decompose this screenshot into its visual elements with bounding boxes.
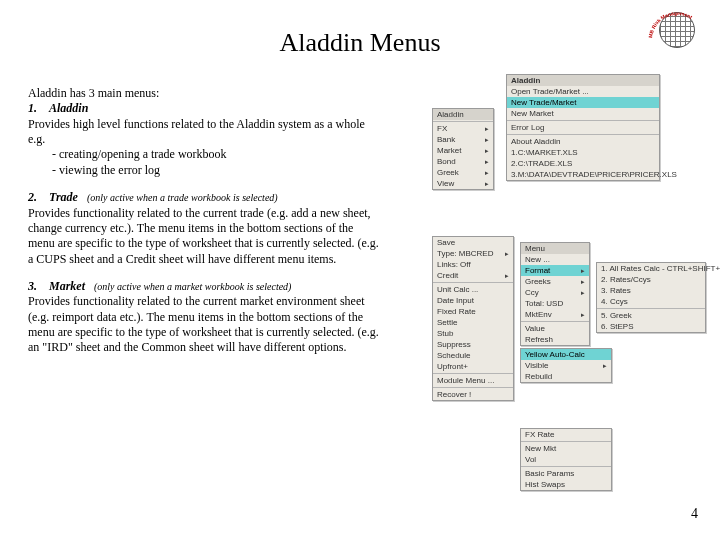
- menu-item[interactable]: Error Log: [507, 122, 659, 133]
- chevron-right-icon: ▸: [603, 362, 607, 370]
- menu-item[interactable]: 6. StEPS: [597, 321, 705, 332]
- chevron-right-icon: ▸: [485, 169, 489, 177]
- menu-item[interactable]: About Aladdin: [507, 136, 659, 147]
- menu-item[interactable]: Fixed Rate: [433, 306, 513, 317]
- menu-item[interactable]: Save: [433, 237, 513, 248]
- menu-item[interactable]: New Market: [507, 108, 659, 119]
- chevron-right-icon: ▸: [505, 250, 509, 258]
- sec3-body: Provides functionality related to the cu…: [28, 294, 380, 355]
- menu-item-highlighted[interactable]: Format▸: [521, 265, 589, 276]
- sec1-name: Aladdin: [49, 101, 88, 115]
- menu-item[interactable]: Greek▸: [433, 167, 493, 178]
- menu-item[interactable]: 4. Ccys: [597, 296, 705, 307]
- menu-item[interactable]: 2. Rates/Ccys: [597, 274, 705, 285]
- menu-item[interactable]: 1.C:\MARKET.XLS: [507, 147, 659, 158]
- menu-item[interactable]: Vol: [521, 454, 611, 465]
- menu-item[interactable]: Credit▸: [433, 270, 513, 281]
- menu-item[interactable]: New ...: [521, 254, 589, 265]
- menu-item[interactable]: Schedule: [433, 350, 513, 361]
- intro-line: Aladdin has 3 main menus:: [28, 86, 380, 101]
- logo-text: MB Risk Management: [648, 10, 694, 38]
- menu-item[interactable]: MktEnv▸: [521, 309, 589, 320]
- page-title: Aladdin Menus: [0, 28, 720, 58]
- menu-item[interactable]: Recover !: [433, 389, 513, 400]
- chevron-right-icon: ▸: [485, 136, 489, 144]
- menu-trade-mid: Menu New ... Format▸ Greeks▸ Ccy▸ Total:…: [520, 242, 590, 346]
- menu-item[interactable]: Market▸: [433, 145, 493, 156]
- chevron-right-icon: ▸: [505, 272, 509, 280]
- menu-item[interactable]: Open Trade/Market ...: [507, 86, 659, 97]
- menu-header: Aladdin: [433, 109, 493, 120]
- menu-item[interactable]: Ccy▸: [521, 287, 589, 298]
- menu-item[interactable]: Basic Params: [521, 468, 611, 479]
- menu-item[interactable]: Bank▸: [433, 134, 493, 145]
- menu-item[interactable]: FX Rate: [521, 429, 611, 440]
- menu-trade-left: Save Type: MBCRED▸ Links: Off Credit▸ Un…: [432, 236, 514, 401]
- menu-item-highlighted[interactable]: New Trade/Market: [507, 97, 659, 108]
- menu-item[interactable]: Settle: [433, 317, 513, 328]
- sec2-body: Provides functionality related to the cu…: [28, 206, 380, 267]
- logo: MB Risk Management: [648, 6, 706, 54]
- sec3-name: Market: [49, 279, 85, 293]
- sec3-note: (only active when a market workbook is s…: [94, 281, 291, 292]
- menu-item[interactable]: Suppress: [433, 339, 513, 350]
- sec2-name: Trade: [49, 190, 78, 204]
- sec1-bullet2: - viewing the error log: [28, 163, 380, 178]
- menu-item[interactable]: Total: USD: [521, 298, 589, 309]
- menu-item[interactable]: New Mkt: [521, 443, 611, 454]
- menu-item[interactable]: 2.C:\TRADE.XLS: [507, 158, 659, 169]
- sec1-num: 1.: [28, 101, 37, 115]
- menu-item[interactable]: Type: MBCRED▸: [433, 248, 513, 259]
- menu-market-top: Yellow Auto-Calc Visible▸ Rebuild: [520, 348, 612, 383]
- sec1-bullet1: - creating/opening a trade workbook: [28, 147, 380, 162]
- menu-item[interactable]: 5. Greek: [597, 310, 705, 321]
- sec3-num: 3.: [28, 279, 37, 293]
- chevron-right-icon: ▸: [485, 125, 489, 133]
- menu-item[interactable]: Visible▸: [521, 360, 611, 371]
- chevron-right-icon: ▸: [581, 278, 585, 286]
- chevron-right-icon: ▸: [485, 180, 489, 188]
- menu-item[interactable]: View▸: [433, 178, 493, 189]
- menu-market-bottom: FX Rate New Mkt Vol Basic Params Hist Sw…: [520, 428, 612, 491]
- chevron-right-icon: ▸: [581, 311, 585, 319]
- sec2-note: (only active when a trade workbook is se…: [87, 192, 278, 203]
- menu-header: Menu: [521, 243, 589, 254]
- chevron-right-icon: ▸: [581, 267, 585, 275]
- menu-item[interactable]: Module Menu ...: [433, 375, 513, 386]
- menu-item[interactable]: Date Input: [433, 295, 513, 306]
- menu-item[interactable]: Stub: [433, 328, 513, 339]
- menu-header: Aladdin: [507, 75, 659, 86]
- body-text: Aladdin has 3 main menus: 1. Aladdin Pro…: [28, 86, 380, 368]
- svg-text:MB Risk Management: MB Risk Management: [648, 10, 694, 38]
- menu-item[interactable]: Bond▸: [433, 156, 493, 167]
- page-number: 4: [691, 506, 698, 522]
- menu-item-highlighted[interactable]: Yellow Auto-Calc: [521, 349, 611, 360]
- chevron-right-icon: ▸: [485, 158, 489, 166]
- sec1-body: Provides high level functions related to…: [28, 117, 380, 148]
- menu-item[interactable]: Greeks▸: [521, 276, 589, 287]
- menu-item[interactable]: Links: Off: [433, 259, 513, 270]
- menu-aladdin-dropdown: Aladdin Open Trade/Market ... New Trade/…: [506, 74, 660, 181]
- menu-trade-submenu: 1. All Rates Calc - CTRL+SHIFT+R 2. Rate…: [596, 262, 706, 333]
- menu-item[interactable]: Upfront+: [433, 361, 513, 372]
- menu-item[interactable]: Unit Calc ...: [433, 284, 513, 295]
- menu-item[interactable]: 3. Rates: [597, 285, 705, 296]
- menu-item[interactable]: Value: [521, 323, 589, 334]
- menu-item[interactable]: Hist Swaps: [521, 479, 611, 490]
- menu-item[interactable]: 3.M:\DATA\DEVTRADE\PRICER\PRICER.XLS: [507, 169, 659, 180]
- sec2-num: 2.: [28, 190, 37, 204]
- chevron-right-icon: ▸: [581, 289, 585, 297]
- menu-item[interactable]: Refresh: [521, 334, 589, 345]
- menu-aladdin-tabs: Aladdin FX▸ Bank▸ Market▸ Bond▸ Greek▸ V…: [432, 108, 494, 190]
- menu-item[interactable]: 1. All Rates Calc - CTRL+SHIFT+R: [597, 263, 705, 274]
- chevron-right-icon: ▸: [485, 147, 489, 155]
- menu-item[interactable]: FX▸: [433, 123, 493, 134]
- menu-item[interactable]: Rebuild: [521, 371, 611, 382]
- logo-arc: MB Risk Management: [648, 6, 706, 54]
